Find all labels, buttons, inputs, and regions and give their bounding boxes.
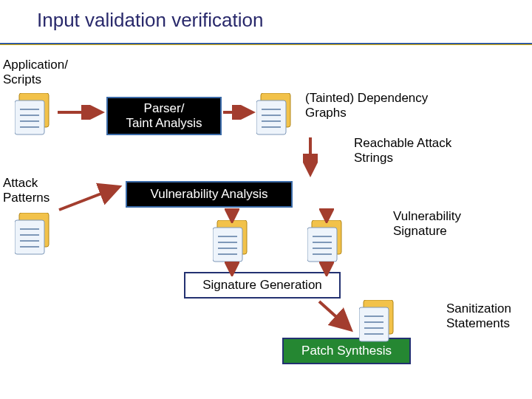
box-parser: Parser/ Taint Analysis xyxy=(106,97,222,135)
arrow-icon xyxy=(56,105,105,120)
arrow-icon xyxy=(316,299,356,337)
label-dependency-graphs: (Tainted) Dependency Graphs xyxy=(305,91,428,121)
arrow-icon xyxy=(222,105,256,120)
documents-icon xyxy=(15,213,53,260)
arrow-icon xyxy=(303,136,318,177)
arrow-icon xyxy=(56,171,124,214)
label-reachable-strings: Reachable Attack Strings xyxy=(354,136,451,166)
documents-icon xyxy=(359,300,398,347)
arrow-icon xyxy=(225,208,239,223)
documents-icon xyxy=(213,220,251,267)
label-application-scripts: Application/ Scripts xyxy=(3,58,68,88)
title-divider xyxy=(0,43,532,45)
page-title: Input validation verification xyxy=(37,9,263,32)
documents-icon xyxy=(307,220,346,267)
svg-line-14 xyxy=(319,301,349,328)
arrow-icon xyxy=(225,262,239,276)
label-sanitization-statements: Sanitization Statements xyxy=(446,301,511,332)
arrow-icon xyxy=(319,262,334,276)
documents-icon xyxy=(15,93,53,140)
documents-icon xyxy=(256,93,295,140)
label-vulnerability-signature: Vulnerability Signature xyxy=(393,209,461,239)
arrow-icon xyxy=(319,208,334,223)
box-signature-generation: Signature Generation xyxy=(184,272,341,299)
label-attack-patterns: Attack Patterns xyxy=(3,176,50,206)
svg-line-9 xyxy=(59,188,117,210)
box-vulnerability-analysis: Vulnerability Analysis xyxy=(126,181,293,208)
